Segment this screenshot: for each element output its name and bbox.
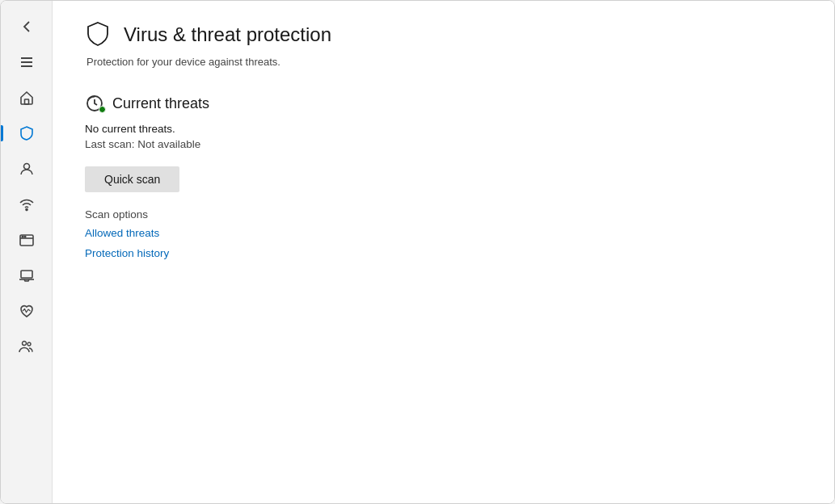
status-text: No current threats. xyxy=(85,123,802,135)
sidebar xyxy=(1,1,53,503)
sidebar-item-performance[interactable] xyxy=(7,295,46,327)
shield-icon xyxy=(19,125,35,141)
protection-history-link[interactable]: Protection history xyxy=(85,247,802,259)
laptop-icon xyxy=(19,267,35,284)
current-threats-section: Current threats No current threats. Last… xyxy=(85,94,802,259)
svg-rect-3 xyxy=(24,99,28,104)
section-header: Current threats xyxy=(85,94,802,113)
browser-icon xyxy=(19,232,35,248)
svg-rect-10 xyxy=(21,271,32,278)
heart-icon xyxy=(19,303,35,319)
svg-point-5 xyxy=(26,209,27,211)
page-header: Virus & threat protection xyxy=(85,20,802,49)
page-header-icon xyxy=(85,20,111,49)
last-scan-value: Not available xyxy=(137,138,200,150)
person-icon xyxy=(19,161,35,177)
sidebar-item-device-security[interactable] xyxy=(7,259,46,292)
section-title: Current threats xyxy=(112,95,209,112)
last-scan-label: Last scan: xyxy=(85,138,135,150)
family-icon xyxy=(19,338,35,355)
home-icon xyxy=(19,90,35,106)
section-icon-wrapper xyxy=(85,94,104,113)
scan-options-section: Scan options Allowed threats Protection … xyxy=(85,208,802,259)
quick-scan-button[interactable]: Quick scan xyxy=(85,166,179,192)
menu-icon xyxy=(19,54,35,70)
sidebar-item-firewall[interactable] xyxy=(7,188,46,220)
svg-point-9 xyxy=(24,236,26,237)
sidebar-item-back[interactable] xyxy=(7,10,46,43)
page-title: Virus & threat protection xyxy=(124,23,331,46)
sidebar-item-virus-protection[interactable] xyxy=(7,117,46,149)
wifi-icon xyxy=(19,196,35,212)
sidebar-item-account[interactable] xyxy=(7,153,46,185)
last-scan-text: Last scan: Not available xyxy=(85,138,802,150)
sidebar-item-menu[interactable] xyxy=(7,46,46,78)
svg-point-12 xyxy=(27,342,31,346)
sidebar-item-home[interactable] xyxy=(7,82,46,114)
svg-point-4 xyxy=(23,164,29,170)
svg-point-11 xyxy=(22,342,26,346)
status-dot xyxy=(99,106,106,113)
app-window: Virus & threat protection Protection for… xyxy=(0,0,835,504)
scan-options-label: Scan options xyxy=(85,208,802,220)
allowed-threats-link[interactable]: Allowed threats xyxy=(85,227,802,239)
sidebar-item-app-browser[interactable] xyxy=(7,224,46,256)
svg-point-8 xyxy=(22,236,23,237)
main-content: Virus & threat protection Protection for… xyxy=(53,1,834,503)
sidebar-item-family[interactable] xyxy=(7,330,46,363)
page-subtitle: Protection for your device against threa… xyxy=(86,56,802,68)
back-arrow-icon xyxy=(19,19,35,35)
shield-outline-icon xyxy=(85,20,111,46)
